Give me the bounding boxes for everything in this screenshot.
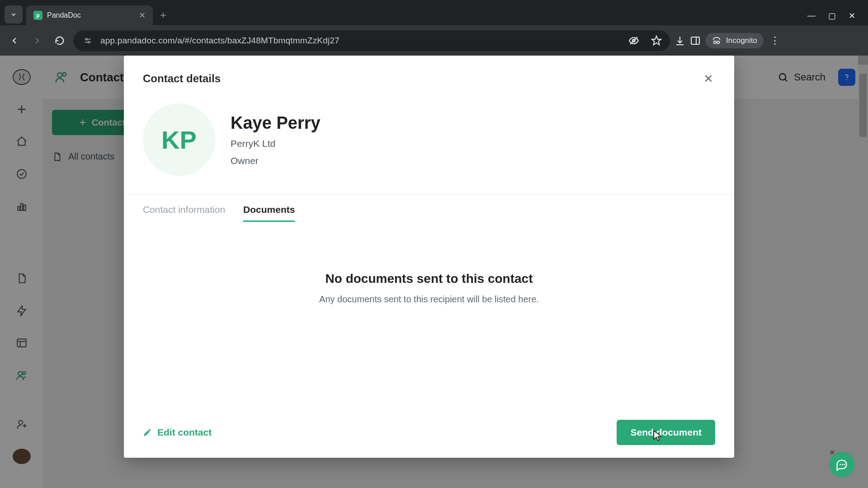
minimize-button[interactable]: ―: [807, 11, 816, 21]
tab-documents[interactable]: Documents: [243, 204, 295, 222]
pandadoc-favicon-icon: p: [33, 11, 42, 20]
edit-contact-button[interactable]: Edit contact: [143, 427, 212, 438]
reload-button[interactable]: [51, 32, 69, 50]
maximize-button[interactable]: ▢: [828, 11, 836, 21]
browser-chrome: p PandaDoc ✕ ＋ ― ▢ ✕ app.pandadoc.com/a/…: [0, 0, 868, 56]
incognito-label: Incognito: [726, 36, 757, 45]
eye-off-icon[interactable]: [628, 35, 639, 46]
modal-title: Contact details: [143, 72, 221, 85]
app-area: Contacts Search Contact All contacts: [0, 56, 868, 488]
svg-point-35: [842, 464, 843, 465]
svg-point-34: [840, 464, 841, 465]
browser-menu-button[interactable]: ⋮: [768, 35, 782, 47]
incognito-icon: [712, 36, 722, 46]
side-panel-icon[interactable]: [690, 35, 701, 46]
forward-button[interactable]: [28, 32, 46, 50]
documents-empty-state: No documents sent to this contact Any do…: [143, 222, 715, 420]
empty-state-subtitle: Any documents sent to this recipient wil…: [319, 294, 539, 305]
modal-close-button[interactable]: ✕: [702, 72, 715, 85]
site-settings-icon[interactable]: [81, 34, 94, 47]
back-button[interactable]: [5, 32, 24, 50]
new-tab-button[interactable]: ＋: [156, 7, 171, 23]
empty-state-title: No documents sent to this contact: [326, 272, 533, 286]
pencil-icon: [143, 428, 152, 437]
tab-contact-information[interactable]: Contact information: [143, 204, 225, 222]
contact-role: Owner: [231, 155, 321, 166]
address-bar: app.pandadoc.com/a/#/contacts/baxZJ48MTb…: [0, 25, 868, 56]
send-document-button[interactable]: Send document: [617, 420, 715, 445]
modal-tabs: Contact information Documents: [143, 204, 715, 222]
modal-footer: Edit contact Send document: [143, 420, 715, 445]
incognito-indicator[interactable]: Incognito: [705, 33, 764, 48]
active-tab[interactable]: p PandaDoc ✕: [26, 5, 153, 25]
contact-details-modal: Contact details ✕ KP Kaye Perry PerryK L…: [124, 56, 734, 458]
close-window-button[interactable]: ✕: [849, 11, 855, 21]
svg-point-9: [714, 41, 717, 43]
url-text: app.pandadoc.com/a/#/contacts/baxZJ48MTb…: [100, 36, 340, 46]
window-controls: ― ▢ ✕: [807, 11, 863, 21]
address-bar-actions: [628, 35, 662, 46]
svg-point-36: [844, 464, 845, 465]
downloads-icon[interactable]: [675, 35, 685, 46]
close-tab-button[interactable]: ✕: [139, 10, 146, 20]
tab-title: PandaDoc: [47, 11, 134, 19]
contact-header: KP Kaye Perry PerryK Ltd Owner: [143, 103, 715, 176]
tab-search-button[interactable]: [5, 5, 23, 23]
divider: [124, 194, 734, 194]
edit-contact-label: Edit contact: [157, 427, 212, 438]
contact-name: Kaye Perry: [231, 113, 321, 133]
svg-point-10: [717, 41, 720, 43]
url-field[interactable]: app.pandadoc.com/a/#/contacts/baxZJ48MTb…: [73, 30, 670, 51]
svg-point-3: [88, 41, 90, 43]
contact-company: PerryK Ltd: [231, 138, 321, 149]
svg-point-2: [86, 38, 88, 40]
svg-marker-6: [652, 36, 661, 45]
bookmark-star-icon[interactable]: [651, 35, 662, 46]
tab-strip: p PandaDoc ✕ ＋ ― ▢ ✕: [0, 0, 868, 25]
svg-rect-7: [691, 37, 699, 44]
contact-avatar: KP: [143, 103, 215, 176]
chat-widget[interactable]: [829, 452, 854, 477]
